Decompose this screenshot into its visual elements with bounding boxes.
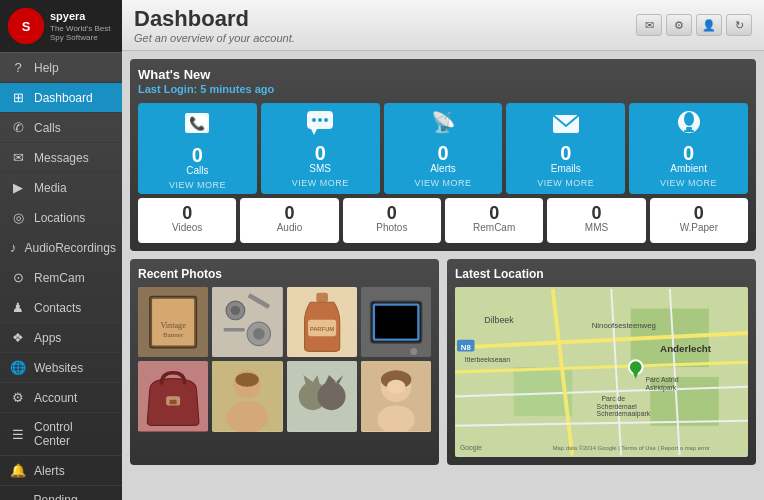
logo-tagline: The World's Best Spy Software (50, 24, 114, 42)
photo-5[interactable] (138, 361, 208, 431)
svg-rect-26 (212, 287, 282, 357)
sidebar-item-dashboard[interactable]: ⊞ Dashboard (0, 83, 122, 113)
svg-point-14 (324, 118, 328, 122)
stat-videos: 0 Videos (138, 198, 236, 243)
user-button[interactable]: 👤 (696, 14, 722, 36)
svg-text:Ninoofsesteenweg: Ninoofsesteenweg (592, 321, 656, 330)
calls-stat-icon: 📞 (181, 109, 213, 143)
svg-point-13 (318, 118, 322, 122)
dashboard-icon: ⊞ (10, 90, 26, 105)
whats-new-title: What's New (138, 67, 748, 82)
logo-area: S spyera The World's Best Spy Software (0, 0, 122, 53)
sms-label: SMS (309, 163, 331, 174)
photos-label: Photos (376, 222, 407, 233)
sidebar-item-apps[interactable]: ❖ Apps (0, 323, 122, 353)
svg-rect-19 (686, 127, 692, 130)
stat-emails: 0 Emails VIEW MORE (506, 103, 625, 194)
stat-wpaper: 0 W.Paper (650, 198, 748, 243)
messages-icon: ✉ (10, 150, 26, 165)
sidebar-item-help[interactable]: ? Help (0, 53, 122, 83)
sidebar-label-locations: Locations (34, 211, 85, 225)
sidebar-item-contacts[interactable]: ♟ Contacts (0, 293, 122, 323)
svg-point-60 (387, 380, 406, 394)
svg-rect-44 (170, 400, 177, 405)
svg-rect-40 (375, 306, 417, 339)
alerts-view-more[interactable]: VIEW MORE (414, 178, 471, 188)
svg-text:Anderlecht: Anderlecht (660, 343, 712, 354)
calls-icon: ✆ (10, 120, 26, 135)
svg-rect-34 (316, 293, 328, 302)
sidebar-item-audiorecordings[interactable]: ♪ AudioRecordings (0, 233, 122, 263)
sidebar-label-help: Help (34, 61, 59, 75)
svg-text:Map data ©2014 Google | Terms : Map data ©2014 Google | Terms of Use | R… (553, 445, 710, 451)
audio-label: Audio (277, 222, 303, 233)
ambient-view-more[interactable]: VIEW MORE (660, 178, 717, 188)
stat-sms: 0 SMS VIEW MORE (261, 103, 380, 194)
sidebar-label-apps: Apps (34, 331, 61, 345)
latest-location-section: Latest Location (447, 259, 756, 465)
whats-new-section: What's New Last Login: 5 minutes ago (130, 59, 756, 251)
svg-text:Google: Google (460, 444, 482, 452)
sidebar-item-locations[interactable]: ◎ Locations (0, 203, 122, 233)
photo-8[interactable] (361, 361, 431, 431)
logo-brand: spyera (50, 10, 114, 23)
sidebar-item-websites[interactable]: 🌐 Websites (0, 353, 122, 383)
stat-audio: 0 Audio (240, 198, 338, 243)
calls-view-more[interactable]: VIEW MORE (169, 180, 226, 190)
sidebar-item-calls[interactable]: ✆ Calls (0, 113, 122, 143)
sidebar-item-media[interactable]: ▶ Media (0, 173, 122, 203)
photo-6[interactable] (212, 361, 282, 431)
recent-photos-title: Recent Photos (138, 267, 431, 281)
photo-1[interactable]: Vintage Banner (138, 287, 208, 357)
sidebar-item-alerts[interactable]: 🔔 Alerts (0, 456, 122, 486)
help-icon: ? (10, 60, 26, 75)
topbar-actions: ✉ ⚙ 👤 ↻ (636, 14, 752, 36)
sidebar-item-account[interactable]: ⚙ Account (0, 383, 122, 413)
control-icon: ☰ (10, 427, 26, 442)
photo-7[interactable] (287, 361, 357, 431)
sidebar-label-websites: Websites (34, 361, 83, 375)
sidebar-label-media: Media (34, 181, 67, 195)
sidebar-item-pending-cmds[interactable]: ▷ Pending CMDs (0, 486, 122, 500)
sidebar-label-contacts: Contacts (34, 301, 81, 315)
sidebar-label-dashboard: Dashboard (34, 91, 93, 105)
svg-text:N8: N8 (461, 343, 472, 352)
svg-text:Vintage: Vintage (160, 321, 186, 330)
audio-count: 0 (284, 204, 294, 222)
svg-point-12 (312, 118, 316, 122)
remcam-label: RemCam (473, 222, 515, 233)
sidebar-item-remcam[interactable]: ⊙ RemCam (0, 263, 122, 293)
emails-view-more[interactable]: VIEW MORE (537, 178, 594, 188)
websites-icon: 🌐 (10, 360, 26, 375)
bottom-row: Recent Photos Vintage Banner (130, 259, 756, 465)
svg-text:📡: 📡 (430, 110, 455, 134)
photo-2[interactable] (212, 287, 282, 357)
sidebar-item-control-center[interactable]: ☰ Control Center (0, 413, 122, 456)
wpaper-count: 0 (694, 204, 704, 222)
mms-count: 0 (591, 204, 601, 222)
alerts-count: 0 (437, 143, 448, 163)
email-button[interactable]: ✉ (636, 14, 662, 36)
logo-icon: S (8, 8, 44, 44)
alerts-icon: 🔔 (10, 463, 26, 478)
svg-point-51 (317, 382, 345, 410)
svg-point-48 (236, 373, 259, 387)
photo-4[interactable] (361, 287, 431, 357)
svg-text:Itterbeekseaan: Itterbeekseaan (465, 356, 510, 363)
svg-rect-20 (684, 130, 694, 132)
apps-icon: ❖ (10, 330, 26, 345)
gear-button[interactable]: ⚙ (666, 14, 692, 36)
videos-label: Videos (172, 222, 202, 233)
content-area: What's New Last Login: 5 minutes ago (122, 51, 764, 500)
sidebar-item-messages[interactable]: ✉ Messages (0, 143, 122, 173)
map-container: N8 Dilbeek Ninoofsesteenweg Itterbeeksea… (455, 287, 748, 457)
calls-count: 0 (192, 145, 203, 165)
latest-location-title: Latest Location (455, 267, 748, 281)
svg-text:Astridpark: Astridpark (645, 384, 676, 392)
svg-text:PARFUM: PARFUM (310, 326, 334, 332)
page-subtitle: Get an overview of your account. (134, 32, 295, 44)
photo-3[interactable]: PARFUM (287, 287, 357, 357)
refresh-button[interactable]: ↻ (726, 14, 752, 36)
emails-label: Emails (551, 163, 581, 174)
sms-view-more[interactable]: VIEW MORE (292, 178, 349, 188)
